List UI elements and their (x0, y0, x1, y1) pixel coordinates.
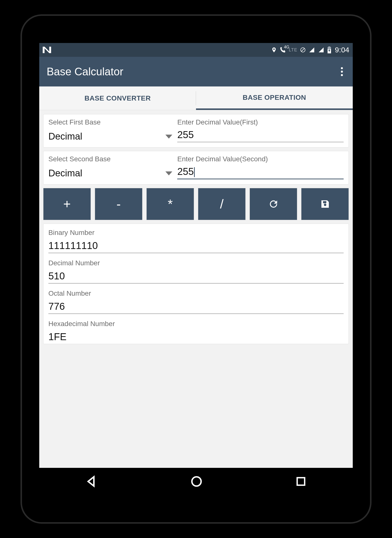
save-button[interactable] (301, 188, 349, 220)
octal-value[interactable]: 776 (48, 301, 344, 314)
clock-time: 9:04 (335, 46, 349, 54)
second-base-value: Decimal (48, 168, 82, 179)
second-base-select-label: Select Second Base (48, 155, 172, 163)
divide-button[interactable]: / (198, 188, 246, 220)
binary-value[interactable]: 111111110 (48, 240, 344, 253)
android-n-logo (43, 47, 51, 53)
signal-icon-2 (318, 47, 325, 53)
screen: 4G LTE 9:04 Base Calculator BASE CONVERT… (39, 43, 353, 495)
results-card: Binary Number 111111110 Decimal Number 5… (43, 224, 349, 344)
tab-base-converter[interactable]: BASE CONVERTER (39, 86, 196, 110)
chevron-down-icon (165, 135, 172, 139)
first-base-select-label: Select First Base (48, 118, 172, 126)
first-base-value: Decimal (48, 131, 82, 142)
first-base-spinner[interactable]: Decimal (48, 129, 172, 142)
chevron-down-icon (165, 171, 172, 175)
app-title: Base Calculator (47, 65, 123, 78)
tab-bar: BASE CONVERTER BASE OPERATION (39, 86, 353, 110)
status-bar: 4G LTE 9:04 (39, 43, 353, 57)
hex-label: Hexadecimal Number (48, 320, 344, 328)
binary-label: Binary Number (48, 229, 344, 237)
decimal-value[interactable]: 510 (48, 270, 344, 284)
first-base-card: Select First Base Decimal Enter Decimal … (43, 114, 349, 147)
first-value-input-label: Enter Decimal Value(First) (177, 118, 344, 126)
second-value-input-label: Enter Decimal Value(Second) (177, 155, 344, 163)
svg-line-1 (301, 48, 304, 51)
reset-button[interactable] (250, 188, 297, 220)
home-button-icon[interactable] (190, 475, 203, 488)
app-bar: Base Calculator (39, 57, 353, 86)
multiply-button[interactable]: * (146, 188, 194, 220)
content-area: Select First Base Decimal Enter Decimal … (39, 110, 353, 468)
fourg-label: 4G (284, 45, 289, 49)
lte-label: LTE (289, 47, 297, 53)
add-button[interactable]: + (43, 188, 91, 220)
tab-base-operation[interactable]: BASE OPERATION (196, 86, 353, 110)
back-button-icon[interactable] (85, 475, 98, 488)
status-icons: 4G LTE 9:04 (271, 46, 349, 54)
overflow-menu-icon[interactable] (338, 65, 345, 79)
octal-label: Octal Number (48, 290, 344, 297)
decimal-label: Decimal Number (48, 259, 344, 267)
tab-label: BASE CONVERTER (84, 94, 151, 102)
refresh-icon (268, 199, 279, 209)
tab-label: BASE OPERATION (243, 94, 306, 102)
second-base-card: Select Second Base Decimal Enter Decimal… (43, 151, 349, 185)
svg-point-2 (192, 477, 201, 486)
text-cursor (194, 167, 195, 177)
second-base-spinner[interactable]: Decimal (48, 166, 172, 179)
no-sim-icon (300, 47, 306, 53)
tablet-frame: 4G LTE 9:04 Base Calculator BASE CONVERT… (22, 16, 370, 522)
recents-button-icon[interactable] (294, 475, 307, 488)
operation-buttons: + - * / (43, 188, 349, 220)
save-icon (320, 199, 330, 209)
battery-icon (327, 46, 332, 53)
svg-rect-3 (297, 478, 304, 485)
second-value-input[interactable]: 255 (177, 166, 344, 179)
hex-value[interactable]: 1FE (48, 331, 344, 344)
signal-icon-1 (308, 47, 315, 53)
location-icon (271, 46, 277, 54)
first-value-input[interactable]: 255 (177, 129, 344, 142)
subtract-button[interactable]: - (95, 188, 142, 220)
navigation-bar (39, 468, 353, 495)
